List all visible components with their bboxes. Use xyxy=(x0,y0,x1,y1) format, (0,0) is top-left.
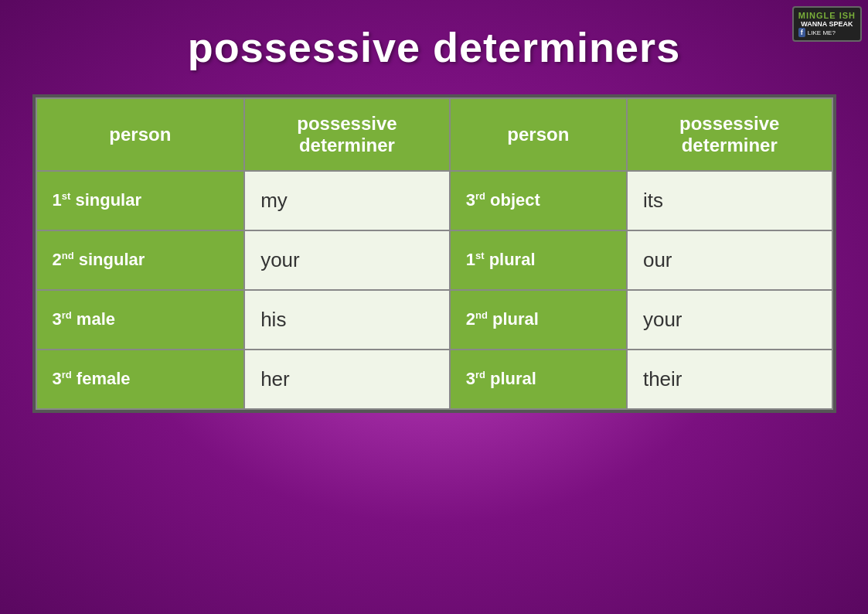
mingleish-badge: MINGLE ISH WANNA SPEAK f LIKE ME? xyxy=(792,6,862,42)
page-title: possessive determiners xyxy=(188,23,680,71)
value1-cell-3: her xyxy=(244,350,450,409)
facebook-icon: f xyxy=(798,28,805,37)
person1-cell-0: 1st singular xyxy=(36,171,245,230)
col-header-det2: possessivedeterminer xyxy=(627,98,832,171)
table-row: 1st singularmy3rd objectits xyxy=(36,171,832,230)
person1-cell-1: 2nd singular xyxy=(36,230,245,290)
badge-subtitle: WANNA SPEAK xyxy=(798,20,856,28)
value2-cell-0: its xyxy=(627,171,832,230)
person1-cell-3: 3rd female xyxy=(36,350,245,409)
value1-cell-0: my xyxy=(244,171,450,230)
table-row: 2nd singularyour1st pluralour xyxy=(36,230,832,290)
col-header-person1: person xyxy=(36,98,245,171)
table-row: 3rd femaleher3rd pluraltheir xyxy=(36,350,832,409)
value2-cell-1: our xyxy=(627,230,832,290)
badge-title: MINGLE ISH xyxy=(798,11,856,20)
badge-cta: LIKE ME? xyxy=(808,29,836,36)
person1-cell-2: 3rd male xyxy=(36,290,245,350)
person2-cell-2: 2nd plural xyxy=(450,290,627,350)
person2-cell-1: 1st plural xyxy=(450,230,627,290)
col-header-person2: person xyxy=(450,98,627,171)
value2-cell-2: your xyxy=(627,290,832,350)
col-header-det1: possessivedeterminer xyxy=(244,98,450,171)
badge-facebook: f LIKE ME? xyxy=(798,28,856,37)
header-row: person possessivedeterminer person posse… xyxy=(36,98,832,171)
determiners-table: person possessivedeterminer person posse… xyxy=(36,97,833,410)
value1-cell-1: your xyxy=(244,230,450,290)
person2-cell-0: 3rd object xyxy=(450,171,627,230)
person2-cell-3: 3rd plural xyxy=(450,350,627,409)
value2-cell-3: their xyxy=(627,350,832,409)
table-wrapper: person possessivedeterminer person posse… xyxy=(32,94,836,413)
table-row: 3rd malehis2nd pluralyour xyxy=(36,290,832,350)
value1-cell-2: his xyxy=(244,290,450,350)
